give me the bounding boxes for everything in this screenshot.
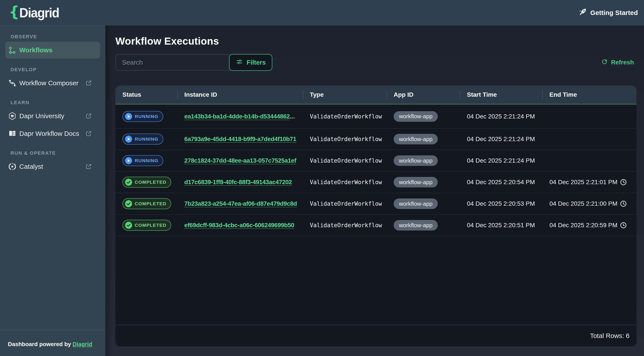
app-id-cell: workflow-app: [386, 155, 460, 166]
sidebar-section: OBSERVEWorkflows: [5, 34, 100, 58]
status-label: COMPLETED: [135, 180, 166, 185]
status-badge: RUNNING: [122, 111, 163, 122]
sidebar-item-workflows[interactable]: Workflows: [5, 42, 100, 58]
sidebar-item-label: Workflow Composer: [19, 79, 78, 87]
dapr-university-icon: [8, 112, 17, 120]
start-time: 04 Dec 2025 2:20:54 PM: [460, 179, 542, 186]
docs-icon: [8, 129, 17, 138]
main-content: Workflow Executions Filters Refresh: [105, 26, 644, 356]
status-cell: COMPLETED: [116, 220, 177, 231]
play-circle-icon: [125, 136, 132, 143]
refresh-button[interactable]: Refresh: [601, 58, 634, 67]
play-circle-icon: [125, 113, 132, 120]
filters-label: Filters: [247, 59, 266, 66]
sidebar-item-label: Dapr Workflow Docs: [19, 130, 79, 137]
column-header-instance-id: Instance ID: [177, 86, 303, 104]
end-time: 04 Dec 2025 2:20:59 PM: [542, 222, 636, 229]
sidebar-item-workflow-composer[interactable]: Workflow Composer: [5, 75, 100, 91]
controls-row: Filters Refresh: [116, 54, 636, 71]
start-time: 04 Dec 2025 2:21:24 PM: [460, 113, 542, 120]
workflow-type: ValidateOrderWorkflow: [303, 157, 386, 164]
sidebar-section: LEARNDapr UniversityDapr Workflow Docs: [5, 100, 100, 142]
sidebar-section-label: LEARN: [10, 100, 100, 105]
clock-icon: [620, 201, 627, 207]
column-header-start-time: Start Time: [460, 86, 542, 104]
table-header: Status Instance ID Type App ID Start Tim…: [116, 86, 636, 105]
workflow-icon: [8, 46, 17, 55]
sidebar-section-label: DEVELOP: [10, 67, 100, 73]
end-time-value: 04 Dec 2025 2:20:59 PM: [550, 222, 618, 229]
column-header-status: Status: [116, 86, 177, 104]
workflow-type: ValidateOrderWorkflow: [303, 222, 386, 229]
search-input[interactable]: [116, 54, 232, 71]
sidebar-item-catalyst[interactable]: Catalyst: [5, 158, 100, 175]
total-rows: Total Rows: 6: [590, 332, 630, 339]
instance-id-link[interactable]: 278c1824-37dd-48ee-aa13-057c7525a1ef: [184, 157, 296, 164]
table-footer: Total Rows: 6: [116, 325, 636, 346]
frame: OBSERVEWorkflowsDEVELOPWorkflow Composer…: [0, 26, 644, 356]
app-id-cell: workflow-app: [386, 134, 460, 144]
column-header-app-id: App ID: [386, 86, 460, 104]
workflow-type: ValidateOrderWorkflow: [303, 113, 386, 120]
sidebar-item-label: Dapr University: [19, 112, 64, 120]
instance-id-cell: d17c6839-1ff8-40fc-88f3-49143ac47202: [177, 179, 303, 186]
sidebar-item-label: Catalyst: [19, 163, 43, 170]
getting-started-label: Getting Started: [590, 9, 638, 17]
status-badge: COMPLETED: [122, 220, 171, 231]
app: { Diagrid Getting Started OBSERVEWorkflo…: [0, 0, 644, 356]
filters-icon: [236, 58, 243, 67]
table-row: RUNNING278c1824-37dd-48ee-aa13-057c7525a…: [116, 150, 636, 172]
end-time-value: 04 Dec 2025 2:21:00 PM: [550, 200, 618, 207]
status-cell: RUNNING: [116, 111, 177, 122]
app-id-cell: workflow-app: [386, 111, 460, 122]
sidebar-item-label: Workflows: [19, 46, 52, 54]
app-id-badge: workflow-app: [394, 134, 438, 144]
external-link-icon: [85, 163, 92, 170]
status-badge: RUNNING: [122, 134, 163, 145]
logo-brace-icon: {: [9, 5, 19, 19]
app-id-cell: workflow-app: [386, 177, 460, 188]
check-circle-icon: [125, 222, 132, 229]
instance-id-link[interactable]: ea143b34-ba1d-4dde-b14b-d53444862: [184, 113, 290, 120]
app-id-badge: workflow-app: [394, 177, 438, 188]
status-badge: RUNNING: [122, 155, 163, 166]
app-id-badge: workflow-app: [394, 220, 438, 231]
workflow-table-card: Status Instance ID Type App ID Start Tim…: [116, 86, 636, 346]
instance-id-link[interactable]: d17c6839-1ff8-40fc-88f3-49143ac47202: [184, 179, 292, 186]
getting-started-link[interactable]: Getting Started: [578, 8, 638, 18]
rocket-icon: [578, 8, 587, 18]
status-cell: COMPLETED: [116, 198, 177, 209]
play-circle-icon: [125, 157, 132, 164]
truncation-ellipsis: ...: [290, 113, 295, 120]
start-time: 04 Dec 2025 2:20:53 PM: [460, 200, 542, 207]
clock-icon: [620, 179, 627, 186]
status-label: RUNNING: [135, 114, 158, 119]
instance-id-cell: ef69dcff-983d-4cbc-a06c-606249699b50: [177, 222, 303, 229]
column-header-end-time: End Time: [542, 86, 636, 104]
external-link-icon: [85, 130, 92, 137]
instance-id-cell: 7b23a823-a254-47ea-af06-d87e479d9c8d: [177, 200, 303, 207]
status-label: COMPLETED: [135, 223, 166, 228]
instance-id-link[interactable]: ef69dcff-983d-4cbc-a06c-606249699b50: [184, 222, 294, 229]
table-body: RUNNINGea143b34-ba1d-4dde-b14b-d53444862…: [116, 105, 636, 236]
instance-id-cell: ea143b34-ba1d-4dde-b14b-d53444862...: [177, 113, 303, 120]
diagrid-footer-link[interactable]: Diagrid: [73, 341, 92, 347]
filters-button[interactable]: Filters: [229, 54, 272, 71]
instance-id-link[interactable]: 6a793a9e-45dd-4418-b9f9-a7ded4f10b71: [184, 136, 296, 143]
column-header-type: Type: [303, 86, 386, 104]
refresh-label: Refresh: [611, 59, 634, 66]
instance-id-link[interactable]: 7b23a823-a254-47ea-af06-d87e479d9c8d: [184, 200, 297, 207]
clock-icon: [620, 222, 627, 229]
sidebar: OBSERVEWorkflowsDEVELOPWorkflow Composer…: [0, 26, 105, 356]
sidebar-item-dapr-university[interactable]: Dapr University: [5, 108, 100, 124]
workflow-type: ValidateOrderWorkflow: [303, 136, 386, 142]
end-time: 04 Dec 2025 2:21:00 PM: [542, 200, 636, 207]
powered-by-text: Dashboard powered by: [8, 341, 71, 347]
table-row: COMPLETED7b23a823-a254-47ea-af06-d87e479…: [116, 193, 636, 215]
sidebar-section-label: RUN & OPERATE: [10, 150, 100, 156]
sidebar-item-dapr-workflow-docs[interactable]: Dapr Workflow Docs: [5, 125, 100, 142]
refresh-icon: [601, 58, 608, 67]
instance-id-cell: 278c1824-37dd-48ee-aa13-057c7525a1ef: [177, 157, 303, 164]
status-label: RUNNING: [135, 158, 158, 163]
external-link-icon: [85, 112, 92, 120]
